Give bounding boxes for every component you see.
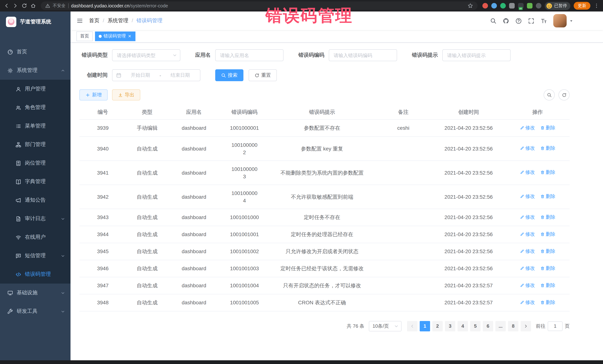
sidebar-item-user[interactable]: 用户管理 <box>0 80 70 98</box>
help-icon[interactable] <box>515 18 522 24</box>
browser-update-button[interactable]: 更新 <box>574 2 590 10</box>
sidebar-item-infra[interactable]: 基础设施 <box>0 284 70 302</box>
navbar-actions <box>490 14 573 27</box>
bookmark-star-icon[interactable] <box>467 3 473 9</box>
reset-button[interactable]: 重置 <box>249 69 277 81</box>
pager-page-1[interactable]: 1 <box>420 321 430 331</box>
error-type-select[interactable] <box>112 49 180 61</box>
sidebar-item-dict[interactable]: 字典管理 <box>0 172 70 191</box>
delete-link[interactable]: 删除 <box>540 230 555 238</box>
create-time-range-picker[interactable]: 开始日期 - 结束日期 <box>112 69 200 81</box>
breadcrumb-system[interactable]: 系统管理 <box>99 17 128 24</box>
export-button[interactable]: 导出 <box>112 89 140 100</box>
edit-link[interactable]: 修改 <box>520 265 535 272</box>
sidebar-toggle-icon[interactable] <box>76 17 83 24</box>
sidebar-item-error-code[interactable]: 错误码管理 <box>0 265 70 284</box>
pager-page-3[interactable]: 3 <box>445 321 455 331</box>
cell-created: 2021-04-20 23:52:57 <box>431 277 505 294</box>
edit-link[interactable]: 修改 <box>520 282 535 289</box>
extension-icon-1[interactable] <box>482 3 488 9</box>
error-code-table: 编号类型应用名错误码编码错误码提示备注创建时间操作 3939手动编辑dashbo… <box>79 106 570 311</box>
extension-icon-2[interactable] <box>491 3 497 9</box>
close-icon[interactable] <box>128 34 132 38</box>
home-icon[interactable] <box>30 3 36 9</box>
cell-message: 参数配置不存在 <box>269 119 375 136</box>
delete-link[interactable]: 删除 <box>540 144 555 152</box>
edit-link[interactable]: 修改 <box>520 124 535 132</box>
toggle-search-button[interactable] <box>544 89 555 100</box>
goto-page-input[interactable] <box>548 321 563 331</box>
extension-icon-6[interactable] <box>527 3 532 9</box>
refresh-table-button[interactable] <box>558 89 570 100</box>
delete-link[interactable]: 删除 <box>540 169 555 176</box>
page-size-select[interactable]: 10条/页 <box>369 321 402 331</box>
extension-icon-3[interactable] <box>500 3 506 9</box>
sidebar-item-role[interactable]: 角色管理 <box>0 98 70 117</box>
delete-link[interactable]: 删除 <box>540 247 555 255</box>
sidebar-item-home[interactable]: 首页 <box>0 43 70 61</box>
app-logo[interactable]: 芋道管理系统 <box>0 11 70 32</box>
cell-app: dashboard <box>168 277 220 294</box>
sidebar-item-audit-log[interactable]: 审计日志 <box>0 210 70 228</box>
browser-profile-chip[interactable]: 已暂停 <box>545 2 570 10</box>
edit-link[interactable]: 修改 <box>520 247 535 255</box>
delete-link[interactable]: 删除 <box>540 265 555 272</box>
pager-page-2[interactable]: 2 <box>432 321 443 331</box>
next-page-button[interactable] <box>521 321 531 331</box>
edit-link[interactable]: 修改 <box>520 213 535 221</box>
delete-link[interactable]: 删除 <box>540 282 555 289</box>
fullscreen-icon[interactable] <box>528 18 534 24</box>
address-bar[interactable]: 不安全 dashboard.yudao.iocoder.cn/system/er… <box>41 1 477 10</box>
delete-link[interactable]: 删除 <box>540 298 555 306</box>
security-label[interactable]: 不安全 <box>53 3 66 9</box>
sidebar-item-post[interactable]: 岗位管理 <box>0 154 70 172</box>
pager-page-4[interactable]: 4 <box>458 321 468 331</box>
sidebar-item-menu[interactable]: 菜单管理 <box>0 117 70 135</box>
edit-link[interactable]: 修改 <box>520 144 535 152</box>
sidebar-item-online-user[interactable]: 在线用户 <box>0 228 70 246</box>
error-hint-input[interactable] <box>442 49 510 61</box>
pager-more[interactable]: ... <box>495 321 506 331</box>
error-code-input[interactable] <box>329 49 397 61</box>
tab-home[interactable]: 首页 <box>76 31 93 41</box>
sidebar-item-label: 部门管理 <box>25 141 46 148</box>
sidebar-item-notice[interactable]: 通知公告 <box>0 191 70 210</box>
delete-link[interactable]: 删除 <box>540 124 555 132</box>
sidebar-item-dept[interactable]: 部门管理 <box>0 135 70 154</box>
edit-link[interactable]: 修改 <box>520 193 535 200</box>
edit-link[interactable]: 修改 <box>520 298 535 306</box>
user-avatar-menu[interactable] <box>553 14 573 27</box>
edit-link[interactable]: 修改 <box>520 169 535 176</box>
error-type-input[interactable] <box>112 49 180 61</box>
delete-link[interactable]: 删除 <box>540 213 555 221</box>
sidebar-item-dev-tools[interactable]: 研发工具 <box>0 302 70 321</box>
github-icon[interactable] <box>503 18 509 24</box>
sidebar-item-sms[interactable]: 短信管理 <box>0 246 70 265</box>
search-icon[interactable] <box>490 18 497 24</box>
sidebar-item-system[interactable]: 系统管理 <box>0 61 70 80</box>
url-text[interactable]: dashboard.yudao.iocoder.cn/system/error-… <box>71 3 168 8</box>
pager-page-5[interactable]: 5 <box>470 321 481 331</box>
pager-page-6[interactable]: 6 <box>483 321 493 331</box>
edit-link[interactable]: 修改 <box>520 230 535 238</box>
reload-icon[interactable] <box>22 3 27 9</box>
extension-icon-7[interactable] <box>536 3 541 9</box>
add-button[interactable]: 新增 <box>79 89 108 100</box>
end-date-placeholder[interactable]: 结束日期 <box>164 72 196 78</box>
back-icon[interactable] <box>4 3 9 9</box>
search-button[interactable]: 搜索 <box>215 69 244 81</box>
prev-page-button[interactable] <box>407 321 417 331</box>
app-name-input[interactable] <box>215 49 283 61</box>
delete-link[interactable]: 删除 <box>540 193 555 200</box>
font-size-icon[interactable] <box>541 18 547 24</box>
browser-extensions-area: on 已暂停 更新 <box>482 2 599 10</box>
edit-icon <box>520 232 524 236</box>
browser-menu-icon[interactable] <box>594 3 599 9</box>
breadcrumb-home[interactable]: 首页 <box>89 17 99 24</box>
pager-page-8[interactable]: 8 <box>508 321 518 331</box>
extension-icon-4[interactable] <box>509 3 514 9</box>
forward-icon[interactable] <box>13 3 18 9</box>
start-date-placeholder[interactable]: 开始日期 <box>124 72 157 78</box>
extension-icon-5[interactable]: on <box>518 3 523 9</box>
tab-error-code[interactable]: 错误码管理 <box>95 31 135 41</box>
